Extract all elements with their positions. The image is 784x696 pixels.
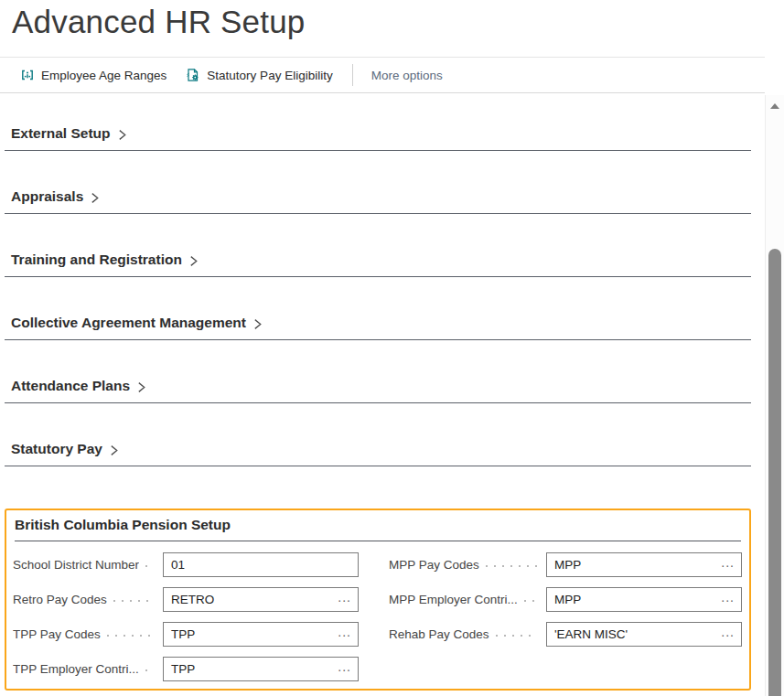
pension-fields-left: School District Number01Retro Pay CodesR… — [13, 552, 359, 691]
lookup-ellipsis-button[interactable]: ... — [719, 551, 741, 579]
dotted-leader — [524, 600, 537, 602]
section-label: Collective Agreement Management — [11, 315, 246, 331]
section-label: Attendance Plans — [11, 378, 130, 394]
pension-fields-right: MPP Pay CodesMPP...MPP Employer Contri..… — [389, 552, 742, 657]
age-ranges-icon — [20, 68, 35, 82]
dotted-leader — [496, 635, 537, 637]
section-header-statutory-pay[interactable]: Statutory Pay — [5, 441, 751, 466]
field-row: TPP Employer Contri...TPP... — [13, 657, 359, 681]
field-row: MPP Pay CodesMPP... — [389, 552, 742, 577]
chevron-right-icon — [135, 381, 147, 393]
lookup-ellipsis-button[interactable]: ... — [336, 620, 358, 648]
section-header-external-setup[interactable]: External Setup — [5, 125, 751, 151]
field-label: Rehab Pay Codes — [389, 627, 489, 641]
field-label: MPP Employer Contri... — [389, 593, 518, 606]
section-header-collective-agreement-management[interactable]: Collective Agreement Management — [5, 315, 751, 340]
field-input[interactable]: TPP... — [163, 622, 359, 647]
field-label: MPP Pay Codes — [389, 558, 479, 572]
field-label: TPP Pay Codes — [13, 627, 101, 641]
lookup-ellipsis-button[interactable]: ... — [336, 655, 358, 683]
page-title: Advanced HR Setup — [12, 4, 306, 40]
field-label: School District Number — [13, 558, 139, 572]
vertical-scrollbar[interactable] — [765, 95, 784, 696]
scrollbar-thumb[interactable] — [768, 249, 781, 696]
field-value: 01 — [164, 558, 358, 572]
field-label: TPP Employer Contri... — [13, 662, 139, 676]
field-row: School District Number01 — [13, 552, 359, 577]
lookup-ellipsis-button[interactable]: ... — [719, 620, 741, 648]
scroll-up-icon[interactable] — [770, 103, 779, 109]
section-label: Appraisals — [11, 188, 83, 205]
field-value: 'EARN MISC' — [547, 627, 719, 641]
section-label: Training and Registration — [11, 252, 182, 268]
pension-setup-card: British Columbia Pension Setup School Di… — [5, 509, 751, 691]
field-row: Retro Pay CodesRETRO... — [13, 587, 359, 612]
toolbar-divider — [352, 64, 353, 86]
chevron-right-icon — [116, 129, 128, 141]
pension-setup-title: British Columbia Pension Setup — [15, 517, 741, 541]
statutory-pay-eligibility-label: Statutory Pay Eligibility — [207, 69, 332, 82]
section-header-appraisals[interactable]: Appraisals — [5, 188, 751, 214]
field-input[interactable]: RETRO... — [163, 587, 359, 612]
field-value: MPP — [547, 593, 719, 606]
section-header-attendance-plans[interactable]: Attendance Plans — [5, 378, 751, 403]
chevron-right-icon — [188, 255, 199, 267]
field-input[interactable]: 'EARN MISC'... — [546, 622, 742, 647]
dotted-leader — [113, 600, 154, 602]
lookup-ellipsis-button[interactable]: ... — [719, 585, 741, 614]
field-input[interactable]: MPP... — [546, 552, 742, 577]
more-options-button[interactable]: More options — [371, 69, 443, 82]
employee-age-ranges-label: Employee Age Ranges — [41, 69, 166, 82]
lookup-ellipsis-button[interactable]: ... — [336, 585, 358, 614]
field-value: RETRO — [164, 593, 336, 606]
employee-age-ranges-button[interactable]: Employee Age Ranges — [20, 68, 166, 82]
section-label: Statutory Pay — [11, 441, 102, 457]
section-label: External Setup — [11, 125, 111, 142]
statutory-pay-eligibility-icon — [186, 68, 200, 82]
field-value: TPP — [164, 662, 336, 676]
field-value: MPP — [547, 558, 719, 572]
chevron-right-icon — [108, 444, 120, 456]
statutory-pay-eligibility-button[interactable]: Statutory Pay Eligibility — [186, 68, 332, 82]
field-row: Rehab Pay Codes'EARN MISC'... — [389, 622, 742, 647]
chevron-right-icon — [89, 192, 101, 204]
field-row: MPP Employer Contri...MPP... — [389, 587, 742, 612]
section-header-training-and-registration[interactable]: Training and Registration — [5, 252, 751, 277]
field-input[interactable]: TPP... — [163, 657, 359, 681]
field-value: TPP — [164, 627, 336, 641]
toolbar: Employee Age Ranges Statutory Pay Eligib… — [0, 57, 765, 93]
dotted-leader — [107, 635, 154, 637]
chevron-right-icon — [252, 318, 263, 330]
field-row: TPP Pay CodesTPP... — [13, 622, 359, 647]
field-label: Retro Pay Codes — [13, 593, 107, 606]
dotted-leader — [145, 669, 154, 671]
field-input[interactable]: MPP... — [546, 587, 742, 612]
sections-list: External SetupAppraisalsTraining and Reg… — [5, 95, 751, 466]
dotted-leader — [145, 565, 154, 567]
field-input[interactable]: 01 — [163, 552, 359, 577]
dotted-leader — [486, 565, 537, 567]
